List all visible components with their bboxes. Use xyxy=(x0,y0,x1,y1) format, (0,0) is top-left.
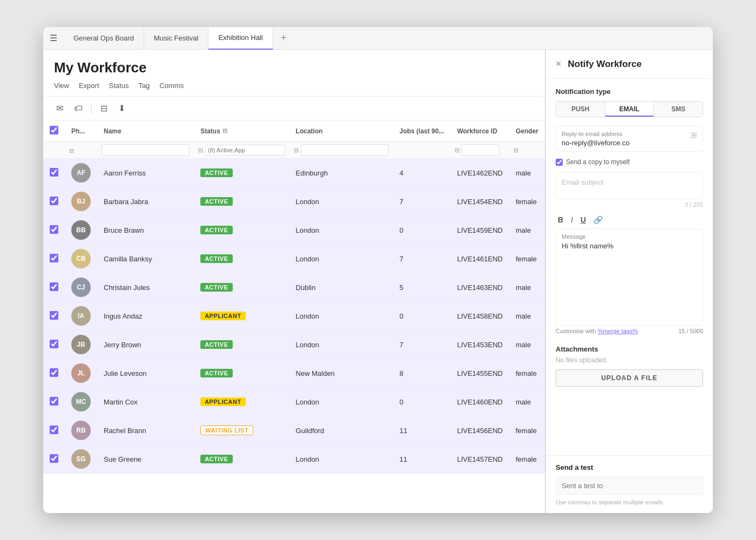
filter-icon[interactable]: ⊟ xyxy=(98,101,110,116)
status-badge: ACTIVE xyxy=(200,340,232,349)
email-char-count: 0 / 255 xyxy=(556,201,703,208)
cell-status: WAITING LIST xyxy=(194,416,289,445)
page-header: My Workforce View Export Status Tag Comm… xyxy=(43,50,545,96)
nav-status[interactable]: Status xyxy=(109,82,129,91)
status-filter-icon[interactable]: ⊟ xyxy=(222,127,227,134)
email-subject-placeholder: Email subject xyxy=(562,178,603,186)
reply-to-value: no-reply@liveforce.co xyxy=(562,139,630,147)
select-all-checkbox[interactable] xyxy=(50,126,58,134)
bold-button[interactable]: B xyxy=(556,214,565,225)
avatar: SG xyxy=(71,449,91,469)
avatar: IA xyxy=(71,306,91,326)
send-icon[interactable]: ✉ xyxy=(54,101,65,116)
table-row: SGSue GreeneACTIVELondon11LIVE1457ENDfem… xyxy=(43,445,545,474)
table-row: BBBruce BrawnACTIVELondon0LIVE1459ENDmal… xyxy=(43,216,545,245)
cell-status: ACTIVE xyxy=(194,187,289,216)
cell-status: ACTIVE xyxy=(194,273,289,302)
page-title: My Workforce xyxy=(54,59,534,76)
cell-workforce-id: LIVE1461END xyxy=(450,245,509,273)
cell-jobs: 0 xyxy=(393,388,451,416)
id-filter-icon: ⊟ xyxy=(455,147,460,154)
upload-file-button[interactable]: UPLOAD A FILE xyxy=(556,369,703,387)
link-button[interactable]: 🔗 xyxy=(591,214,605,225)
cell-status: ACTIVE xyxy=(194,159,289,187)
cell-workforce-id: LIVE1454END xyxy=(450,187,509,216)
cell-name: Barbara Jabra xyxy=(97,187,194,216)
cell-jobs: 8 xyxy=(393,359,451,388)
nav-comms[interactable]: Comms xyxy=(159,82,184,91)
cell-location: London xyxy=(289,302,393,330)
merge-tags-link[interactable]: %merge tags% xyxy=(598,328,638,334)
cell-jobs: 11 xyxy=(393,416,451,445)
cell-name: Bruce Brawn xyxy=(97,216,194,245)
send-test-section: Send a test Use commas to separate multi… xyxy=(546,455,713,513)
notify-header: × Notify Workforce xyxy=(546,50,713,79)
location-filter-icon: ⊟ xyxy=(294,147,299,154)
avatar: BB xyxy=(71,220,91,240)
underline-button[interactable]: U xyxy=(578,214,588,225)
italic-button[interactable]: I xyxy=(569,214,575,225)
row-checkbox[interactable] xyxy=(50,340,58,348)
photo-filter-icon: ⊟ xyxy=(69,147,74,154)
close-icon[interactable]: × xyxy=(556,58,562,70)
cell-location: London xyxy=(289,245,393,273)
status-badge: ACTIVE xyxy=(200,283,232,292)
cell-jobs: 5 xyxy=(393,273,451,302)
status-badge: ACTIVE xyxy=(200,455,232,463)
avatar: AF xyxy=(71,163,91,183)
id-filter-input[interactable] xyxy=(462,144,500,156)
row-checkbox[interactable] xyxy=(50,282,58,291)
copy-icon[interactable]: ⊞ xyxy=(691,131,697,139)
table-row: CBCamilla BanksyACTIVELondon7LIVE1461END… xyxy=(43,245,545,273)
row-checkbox[interactable] xyxy=(50,168,58,177)
th-jobs: Jobs (last 90... xyxy=(393,120,451,142)
row-checkbox[interactable] xyxy=(50,197,58,205)
message-label: Message xyxy=(562,233,697,240)
cell-location: London xyxy=(289,187,393,216)
message-area[interactable]: Message Hi %first name% xyxy=(556,228,703,326)
status-badge: ACTIVE xyxy=(200,226,232,234)
tab-sms[interactable]: SMS xyxy=(654,102,703,117)
row-checkbox[interactable] xyxy=(50,311,58,320)
send-copy-checkbox[interactable] xyxy=(556,159,563,166)
tab-general-ops[interactable]: General Ops Board xyxy=(64,27,144,50)
cell-workforce-id: LIVE1462END xyxy=(450,159,509,187)
row-checkbox[interactable] xyxy=(50,426,58,434)
row-checkbox[interactable] xyxy=(50,225,58,234)
download-icon[interactable]: ⬇ xyxy=(116,101,127,116)
nav-tag[interactable]: Tag xyxy=(138,82,150,91)
tab-music-festival[interactable]: Music Festival xyxy=(144,27,208,50)
cell-workforce-id: LIVE1455END xyxy=(450,359,509,388)
nav-view[interactable]: View xyxy=(54,82,69,91)
customize-prefix: Customise with xyxy=(556,328,598,334)
tab-exhibition-hall[interactable]: Exhibition Hall xyxy=(208,27,273,50)
status-badge: WAITING LIST xyxy=(200,426,253,435)
row-checkbox[interactable] xyxy=(50,368,58,377)
status-badge: APPLICANT xyxy=(200,312,245,320)
row-checkbox[interactable] xyxy=(50,397,58,406)
location-filter-input[interactable] xyxy=(301,144,389,156)
th-select-all[interactable] xyxy=(43,120,65,142)
nav-export[interactable]: Export xyxy=(79,82,99,91)
tab-add-button[interactable]: + xyxy=(273,27,294,50)
cell-jobs: 11 xyxy=(393,445,451,474)
tab-email[interactable]: EMAIL xyxy=(605,102,654,117)
cell-gender: female xyxy=(509,245,545,273)
tag-icon[interactable]: 🏷 xyxy=(72,102,85,116)
hamburger-icon[interactable]: ☰ xyxy=(50,33,57,43)
row-checkbox[interactable] xyxy=(50,454,58,463)
merge-tags-row: Customise with %merge tags% 15 / 5000 xyxy=(556,328,703,336)
name-filter-input[interactable] xyxy=(102,144,190,156)
send-test-hint: Use commas to separate multiple emails. xyxy=(556,499,703,505)
attachments-label: Attachments xyxy=(556,345,703,353)
send-test-input[interactable] xyxy=(556,477,703,495)
cell-workforce-id: LIVE1460END xyxy=(450,388,509,416)
email-subject-area[interactable]: Email subject xyxy=(556,172,703,199)
main-layout: My Workforce View Export Status Tag Comm… xyxy=(43,50,713,513)
cell-gender: male xyxy=(509,302,545,330)
tab-push[interactable]: PUSH xyxy=(556,102,605,117)
status-filter-input[interactable] xyxy=(205,145,285,156)
row-checkbox[interactable] xyxy=(50,254,58,262)
cell-workforce-id: LIVE1459END xyxy=(450,216,509,245)
status-badge: ACTIVE xyxy=(200,197,232,206)
